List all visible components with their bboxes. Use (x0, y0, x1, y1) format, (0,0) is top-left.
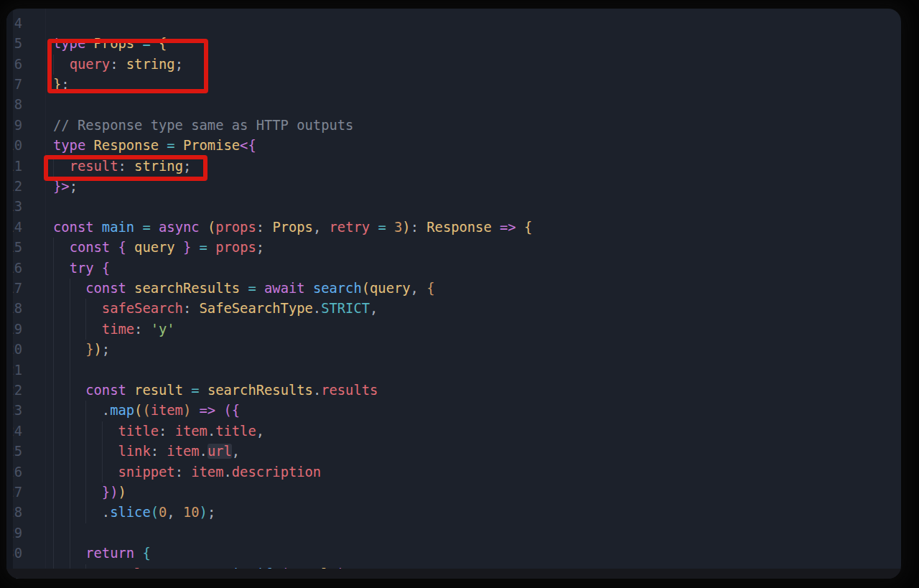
code-line-10[interactable]: 10type Response = Promise<{ (6, 136, 901, 156)
line-number[interactable]: 16 (13, 258, 22, 279)
code-line-text: type Response = Promise<{ (53, 136, 256, 156)
code-line-5[interactable]: 5type Props = { (6, 34, 901, 54)
code-line-22[interactable]: 22 const result = searchResults.results (6, 381, 901, 401)
code-line-16[interactable]: 16 try { (6, 258, 901, 279)
code-line-29[interactable]: 29 (6, 523, 901, 543)
code-line-text: link: item.url, (53, 442, 240, 462)
code-line-11[interactable]: 11 result: string; (6, 157, 901, 177)
line-number[interactable]: 14 (13, 218, 22, 238)
line-number[interactable]: 10 (13, 136, 22, 156)
code-line-28[interactable]: 28 .slice(0, 10); (6, 503, 901, 523)
indent-guide (53, 360, 54, 381)
line-number[interactable]: 26 (13, 462, 22, 482)
line-number[interactable]: 12 (13, 177, 22, 197)
line-number[interactable]: 27 (13, 482, 22, 503)
code-area: 45type Props = {6 query: string;7};89// … (6, 9, 901, 579)
code-line-24[interactable]: 24 title: item.title, (6, 421, 901, 442)
code-line-text: type Props = { (53, 34, 167, 54)
line-number[interactable]: 13 (13, 197, 22, 217)
code-line-text: const searchResults = await search(query… (53, 279, 435, 299)
code-line-text: safeSearch: SafeSearchType.STRICT, (53, 299, 378, 319)
highlighted-word: url (207, 444, 232, 459)
code-line-text: query: string; (53, 55, 183, 75)
code-line-text: // Response type same as HTTP outputs (53, 116, 353, 136)
code-line-19[interactable]: 19 time: 'y' (6, 319, 901, 340)
code-line-23[interactable]: 23 .map((item) => ({ (6, 401, 901, 421)
code-line-text: const main = async (props: Props, retry … (53, 218, 532, 238)
code-line-text: })) (53, 482, 126, 503)
line-number[interactable]: 29 (13, 523, 22, 543)
line-number[interactable]: 6 (13, 55, 22, 75)
code-line-text: .map((item) => ({ (53, 401, 240, 421)
line-number[interactable]: 24 (13, 421, 22, 442)
code-line-text: const { query } = props; (53, 238, 264, 258)
line-number[interactable]: 4 (13, 14, 22, 34)
indent-guide (70, 523, 70, 543)
line-number[interactable]: 5 (13, 34, 22, 54)
code-line-text: try { (53, 258, 110, 279)
code-line-8[interactable]: 8 (6, 95, 901, 115)
code-line-text: snippet: item.description (53, 462, 321, 482)
code-line-18[interactable]: 18 safeSearch: SafeSearchType.STRICT, (6, 299, 901, 319)
code-line-6[interactable]: 6 query: string; (6, 55, 901, 75)
window-bottom-bar (6, 569, 901, 579)
code-line-text: return { (53, 543, 151, 564)
line-number[interactable]: 9 (13, 116, 22, 136)
line-number[interactable]: 28 (13, 503, 22, 523)
code-line-30[interactable]: 30 return { (6, 543, 901, 564)
code-line-text: .slice(0, 10); (53, 503, 215, 523)
line-number[interactable]: 18 (13, 299, 22, 319)
line-number[interactable]: 23 (13, 401, 22, 421)
code-line-text: }; (53, 75, 70, 95)
line-number[interactable]: 20 (13, 340, 22, 360)
line-number[interactable]: 17 (13, 279, 22, 299)
code-line-text: time: 'y' (53, 319, 175, 340)
code-line-26[interactable]: 26 snippet: item.description (6, 462, 901, 482)
code-line-14[interactable]: 14const main = async (props: Props, retr… (6, 218, 901, 238)
code-line-text: }); (53, 340, 110, 360)
line-number[interactable]: 11 (13, 157, 22, 177)
editor-window: 45type Props = {6 query: string;7};89// … (6, 9, 901, 579)
indent-guide (70, 360, 70, 381)
line-number[interactable]: 15 (13, 238, 22, 258)
code-line-text: title: item.title, (53, 421, 264, 442)
line-number[interactable]: 7 (13, 75, 22, 95)
code-line-17[interactable]: 17 const searchResults = await search(qu… (6, 279, 901, 299)
indent-guide (53, 523, 54, 543)
line-number[interactable]: 19 (13, 319, 22, 340)
line-number[interactable]: 21 (13, 360, 22, 381)
code-line-text: result: string; (53, 157, 191, 177)
code-line-27[interactable]: 27 })) (6, 482, 901, 503)
code-line-15[interactable]: 15 const { query } = props; (6, 238, 901, 258)
code-line-9[interactable]: 9// Response type same as HTTP outputs (6, 116, 901, 136)
code-line-21[interactable]: 21 (6, 360, 901, 381)
code-line-25[interactable]: 25 link: item.url, (6, 442, 901, 462)
code-line-12[interactable]: 12}>; (6, 177, 901, 197)
line-number[interactable]: 30 (13, 543, 22, 564)
line-number[interactable]: 25 (13, 442, 22, 462)
code-line-text: const result = searchResults.results (53, 381, 378, 401)
code-line-4[interactable]: 4 (6, 14, 901, 34)
code-line-text: }>; (53, 177, 78, 197)
code-line-13[interactable]: 13 (6, 197, 901, 217)
line-number[interactable]: 8 (13, 95, 22, 115)
code-line-7[interactable]: 7}; (6, 75, 901, 95)
line-number[interactable]: 22 (13, 381, 22, 401)
code-line-20[interactable]: 20 }); (6, 340, 901, 360)
